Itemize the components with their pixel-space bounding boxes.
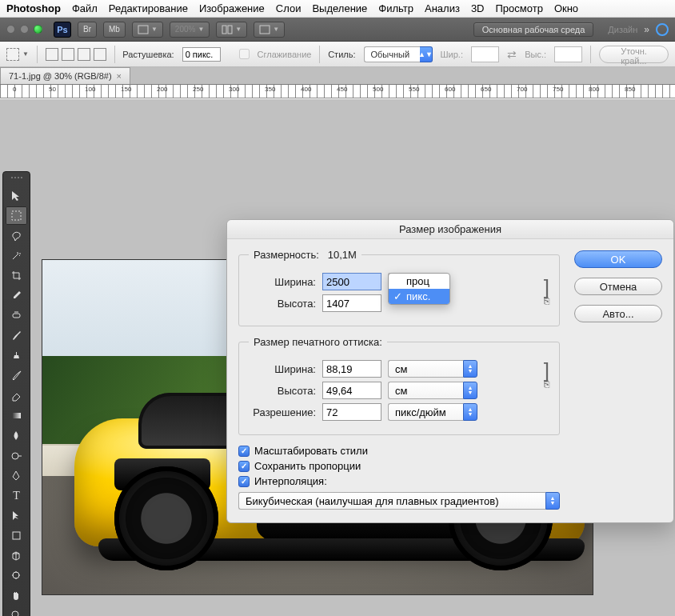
constrain-proportions-checkbox[interactable]: ✓Сохранить пропорции <box>238 460 560 472</box>
style-select[interactable]: Обычный ▲▼ <box>364 46 433 62</box>
selection-add-icon[interactable] <box>62 48 74 61</box>
expand-workspaces-icon[interactable]: » <box>644 24 649 35</box>
bridge-button[interactable]: Br <box>78 22 97 38</box>
resample-checkbox[interactable]: ✓Интерполяция: <box>238 475 560 487</box>
close-window-icon[interactable] <box>6 25 15 34</box>
blur-tool[interactable] <box>6 426 27 445</box>
feather-label: Растушевка: <box>122 50 174 59</box>
refine-edge-button[interactable]: Уточн. край... <box>599 46 669 63</box>
menu-image[interactable]: Изображение <box>199 2 265 14</box>
svg-rect-8 <box>13 532 20 539</box>
arrange-documents-button[interactable]: ▼ <box>216 22 247 38</box>
scale-styles-checkbox[interactable]: ✓Масштабировать стили <box>238 445 560 457</box>
path-selection-tool[interactable] <box>6 506 27 525</box>
print-width-unit-select[interactable]: см▲▼ <box>388 360 477 378</box>
print-height-unit-select[interactable]: см▲▼ <box>388 382 477 399</box>
image-size-dialog: Размер изображения Размерность: 10,1M Ши… <box>226 219 674 523</box>
print-height-input[interactable] <box>322 382 381 399</box>
tool-preset[interactable]: ▼ <box>6 48 29 61</box>
canvas-stage: T Размер изображения Размерность: <box>0 99 675 616</box>
style-label: Стиль: <box>328 50 355 59</box>
unit-option-percent[interactable]: проц <box>389 274 449 289</box>
crop-tool[interactable] <box>6 266 27 285</box>
minimize-window-icon[interactable] <box>20 25 29 34</box>
menu-select[interactable]: Выделение <box>312 2 367 14</box>
brush-tool[interactable] <box>6 326 27 345</box>
print-width-input[interactable] <box>322 360 381 378</box>
menu-window[interactable]: Окно <box>554 2 578 14</box>
resolution-unit-select[interactable]: пикс/дюйм▲▼ <box>388 403 477 421</box>
dodge-tool[interactable] <box>6 446 27 465</box>
width-field <box>471 46 499 62</box>
view-extras-button[interactable]: ▼ <box>132 22 163 38</box>
zoom-level-button[interactable]: 200%▼ <box>170 22 210 38</box>
window-controls <box>6 25 42 34</box>
ok-button[interactable]: OK <box>574 250 662 268</box>
menu-filter[interactable]: Фильтр <box>378 2 413 14</box>
interpolation-select[interactable]: Бикубическая (наилучшая для плавных град… <box>238 492 560 510</box>
3d-camera-tool[interactable] <box>6 566 27 585</box>
width-label: Шир.: <box>441 50 463 59</box>
selection-new-icon[interactable] <box>46 48 58 61</box>
menu-file[interactable]: Файл <box>72 2 98 14</box>
zoom-window-icon[interactable] <box>34 25 42 34</box>
clone-stamp-tool[interactable] <box>6 346 27 365</box>
menu-edit[interactable]: Редактирование <box>109 2 188 14</box>
unit-option-pixels[interactable]: пикс. <box>389 289 449 304</box>
healing-brush-tool[interactable] <box>6 306 27 325</box>
menu-analysis[interactable]: Анализ <box>425 2 460 14</box>
pixel-height-input[interactable] <box>322 294 381 312</box>
mac-menubar: Photoshop Файл Редактирование Изображени… <box>0 0 675 18</box>
move-tool[interactable] <box>6 186 27 205</box>
document-tab-title: 71-1.jpg @ 30% (RGB/8#) <box>9 71 112 81</box>
eyedropper-tool[interactable] <box>6 286 27 305</box>
workspace-selector[interactable]: Основная рабочая среда <box>473 22 594 37</box>
screen-mode-button[interactable]: ▼ <box>254 22 285 38</box>
marquee-icon <box>6 48 19 61</box>
svg-point-10 <box>12 611 18 616</box>
menu-view[interactable]: Просмотр <box>496 2 543 14</box>
minibridge-button[interactable]: Mb <box>103 22 126 38</box>
constrain-link-icon: ]⎘ <box>544 279 549 306</box>
options-bar: ▼ Растушевка: Сглаживание Стиль: Обычный… <box>0 42 675 67</box>
eraser-tool[interactable] <box>6 386 27 405</box>
pixel-width-unit-select[interactable]: пикс. ▲▼ проц пикс. <box>388 273 442 290</box>
history-brush-tool[interactable] <box>6 366 27 385</box>
workspace-design-label[interactable]: Дизайн <box>608 25 637 34</box>
svg-rect-6 <box>12 413 21 418</box>
print-constrain-link-icon: ]⎘ <box>544 362 549 390</box>
pixel-height-label: Высота: <box>249 298 316 310</box>
cancel-button[interactable]: Отмена <box>574 278 662 295</box>
type-tool[interactable]: T <box>6 486 27 505</box>
pen-tool[interactable] <box>6 466 27 485</box>
menu-layers[interactable]: Слои <box>276 2 302 14</box>
hand-tool[interactable] <box>6 586 27 605</box>
svg-rect-3 <box>260 26 270 34</box>
svg-point-9 <box>13 572 19 578</box>
menu-3d[interactable]: 3D <box>471 2 485 14</box>
magic-wand-tool[interactable] <box>6 246 27 265</box>
svg-point-7 <box>12 453 18 459</box>
resolution-input[interactable] <box>322 403 381 421</box>
search-icon[interactable] <box>656 23 669 36</box>
pixel-width-input[interactable] <box>322 273 381 290</box>
document-tab[interactable]: 71-1.jpg @ 30% (RGB/8#) × <box>0 67 130 84</box>
feather-input[interactable] <box>182 47 221 62</box>
marquee-tool[interactable] <box>6 206 27 225</box>
unit-dropdown-popup: проц пикс. <box>388 273 450 305</box>
selection-subtract-icon[interactable] <box>78 48 90 61</box>
swap-dims-icon: ⇄ <box>507 48 517 61</box>
3d-tool[interactable] <box>6 546 27 565</box>
pixel-dimensions-group: Размерность: 10,1M Ширина: пикс. ▲▼ <box>238 249 560 326</box>
shape-tool[interactable] <box>6 526 27 545</box>
selection-mode-group <box>46 48 106 61</box>
lasso-tool[interactable] <box>6 226 27 245</box>
auto-button[interactable]: Авто... <box>574 305 662 322</box>
gradient-tool[interactable] <box>6 406 27 425</box>
horizontal-ruler: 0 50 100 150 200 250 300 350 400 450 500… <box>0 85 675 98</box>
tools-panel: T <box>2 171 30 616</box>
zoom-tool[interactable] <box>6 606 27 616</box>
selection-intersect-icon[interactable] <box>94 48 106 61</box>
close-tab-icon[interactable]: × <box>117 71 122 81</box>
print-size-group: Размер печатного оттиска: Ширина: см▲▼ <box>238 336 560 435</box>
